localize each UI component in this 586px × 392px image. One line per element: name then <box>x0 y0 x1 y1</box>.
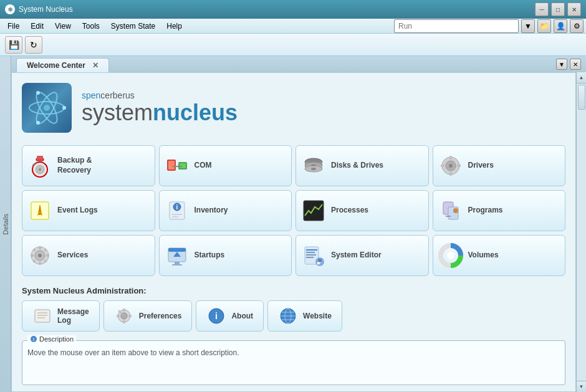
tool-eventlogs[interactable]: Event Logs <box>22 190 155 231</box>
backup-icon <box>27 153 52 178</box>
svg-rect-14 <box>168 161 175 170</box>
svg-rect-63 <box>306 249 317 251</box>
tool-volumes[interactable]: Volumes <box>433 235 566 276</box>
svg-rect-66 <box>306 257 314 258</box>
svg-rect-64 <box>306 252 315 253</box>
tool-programs[interactable]: Programs <box>433 190 566 231</box>
svg-rect-31 <box>457 165 461 167</box>
title-bar: ⚛ System Nucleus ─ □ ✕ <box>0 0 586 19</box>
tool-startups[interactable]: Startups <box>159 235 292 276</box>
tool-syseditor[interactable]: System Editor <box>295 235 429 276</box>
tab-pin-button[interactable]: ▼ <box>556 59 567 70</box>
svg-rect-72 <box>35 310 50 322</box>
run-dropdown[interactable]: ▼ <box>521 19 535 33</box>
atom-icon <box>27 88 67 128</box>
admin-website[interactable]: Website <box>267 300 342 332</box>
admin-preferences[interactable]: Preferences <box>103 300 193 332</box>
app-icon: ⚛ <box>5 4 15 14</box>
svg-point-48 <box>38 254 42 257</box>
svg-rect-52 <box>46 254 49 257</box>
toolbar: 💾 ↻ <box>0 34 586 56</box>
menu-file[interactable]: File <box>2 21 24 32</box>
run-input[interactable] <box>394 19 519 33</box>
admin-messagelog[interactable]: MessageLog <box>22 300 100 332</box>
run-user-button[interactable]: 👤 <box>554 19 567 33</box>
disks-icon <box>301 153 326 178</box>
svg-rect-28 <box>449 156 452 160</box>
scroll-down-button[interactable]: ▼ <box>577 381 587 392</box>
admin-section: System Nucleus Administration: <box>22 286 565 332</box>
svg-point-71 <box>447 252 454 259</box>
tool-inventory[interactable]: i Inventory <box>159 190 292 231</box>
tool-disks[interactable]: Disks & Drives <box>295 145 429 186</box>
save-button[interactable]: 💾 <box>5 36 22 54</box>
about-icon: i <box>206 306 226 326</box>
description-text: Move the mouse over an item above to vie… <box>27 348 560 380</box>
close-button[interactable]: ✕ <box>567 2 581 16</box>
menu-systemstate[interactable]: System State <box>106 21 160 32</box>
tool-services[interactable]: Services <box>22 235 155 276</box>
app-logo-icon <box>22 83 72 133</box>
tool-processes[interactable]: Processes <box>295 190 429 231</box>
eventlogs-icon <box>27 198 52 223</box>
tab-close-button[interactable]: ✕ <box>92 61 98 70</box>
svg-rect-11 <box>37 156 43 160</box>
logo-brand: spencerberus <box>82 90 238 100</box>
menu-view[interactable]: View <box>50 21 76 32</box>
svg-rect-35 <box>39 213 41 215</box>
details-sidebar[interactable]: Details <box>0 56 11 392</box>
admin-title: System Nucleus Administration: <box>22 286 565 295</box>
website-label: Website <box>303 312 332 320</box>
admin-buttons: MessageLog <box>22 300 565 332</box>
inventory-label: Inventory <box>195 206 228 216</box>
scrollbar: ▲ ▼ <box>576 72 586 392</box>
tools-grid: Backup &Recovery COM <box>22 145 565 276</box>
admin-about[interactable]: i About <box>196 300 264 332</box>
tool-drivers[interactable]: Drivers <box>433 145 566 186</box>
about-label: About <box>231 312 253 320</box>
tab-unpin-button[interactable]: ✕ <box>570 59 581 70</box>
tool-com[interactable]: COM <box>159 145 292 186</box>
volumes-icon <box>438 243 463 268</box>
services-icon <box>27 243 52 268</box>
run-settings-button[interactable]: ⚙ <box>570 19 584 33</box>
logo-area: spencerberus systemnucleus <box>22 83 565 133</box>
menu-bar: File Edit View Tools System State Help ▼… <box>0 19 586 34</box>
info-icon: i <box>30 335 37 343</box>
run-browse-button[interactable]: 📁 <box>537 19 551 33</box>
website-icon <box>278 306 298 326</box>
svg-point-44 <box>453 208 458 213</box>
minimize-button[interactable]: ─ <box>535 2 549 16</box>
menu-edit[interactable]: Edit <box>26 21 49 32</box>
menu-help[interactable]: Help <box>161 21 187 32</box>
window-title: System Nucleus <box>19 5 535 14</box>
svg-rect-81 <box>128 315 132 317</box>
tool-backup[interactable]: Backup &Recovery <box>22 145 155 186</box>
menu-tools[interactable]: Tools <box>77 21 105 32</box>
preferences-icon <box>114 306 134 326</box>
maximize-button[interactable]: □ <box>551 2 565 16</box>
svg-point-5 <box>36 91 40 95</box>
svg-rect-17 <box>172 166 182 167</box>
welcome-center-tab[interactable]: Welcome Center ✕ <box>16 58 109 72</box>
svg-rect-80 <box>117 315 120 317</box>
description-box: i Description Move the mouse over an ite… <box>22 340 565 385</box>
startups-label: Startups <box>195 251 225 261</box>
drivers-label: Drivers <box>468 161 494 171</box>
scroll-thumb[interactable] <box>578 85 585 110</box>
svg-rect-78 <box>123 308 125 312</box>
svg-rect-50 <box>39 262 41 265</box>
svg-rect-60 <box>172 264 182 265</box>
svg-rect-58 <box>168 248 186 252</box>
refresh-button[interactable]: ↻ <box>25 36 42 54</box>
eventlogs-label: Event Logs <box>57 206 98 216</box>
com-icon <box>165 153 190 178</box>
description-legend: i Description <box>27 335 76 343</box>
scroll-track[interactable] <box>577 84 586 381</box>
programs-icon <box>438 198 463 223</box>
messagelog-icon <box>32 306 52 326</box>
svg-point-0 <box>44 105 50 111</box>
logo-text: spencerberus systemnucleus <box>82 90 238 125</box>
programs-label: Programs <box>468 206 503 216</box>
scroll-up-button[interactable]: ▲ <box>577 72 587 84</box>
